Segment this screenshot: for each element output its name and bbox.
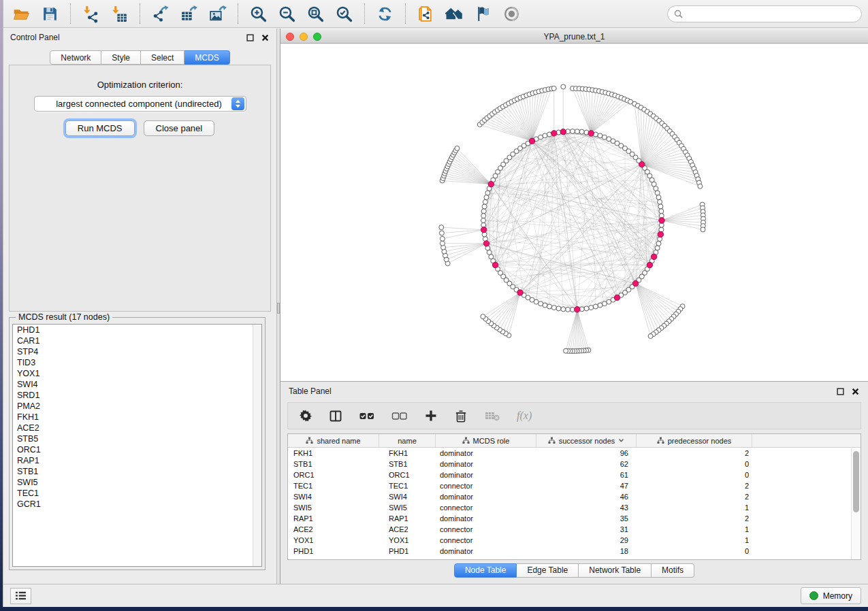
table-row[interactable]: ACE2ACE2connector311 — [288, 524, 861, 535]
home-button[interactable] — [443, 3, 466, 24]
task-history-button[interactable] — [10, 588, 31, 604]
network-canvas[interactable] — [280, 44, 868, 381]
tab-select[interactable]: Select — [141, 50, 184, 65]
export-table-button[interactable] — [177, 3, 201, 24]
tab-edge-table[interactable]: Edge Table — [517, 563, 579, 578]
mcds-result-item[interactable]: CAR1 — [13, 335, 261, 346]
search-box[interactable] — [667, 5, 862, 22]
optimization-criterion-select[interactable]: largest connected component (undirected) — [34, 96, 246, 112]
export-image-button[interactable] — [206, 3, 229, 24]
table-options-button[interactable] — [299, 407, 312, 425]
float-window-icon — [246, 34, 254, 42]
save-session-button[interactable] — [38, 3, 62, 24]
mcds-result-item[interactable]: STP4 — [13, 346, 261, 357]
table-cell: SWI4 — [379, 493, 436, 501]
eye-icon — [502, 5, 521, 23]
network-window-titlebar[interactable]: YPA_prune.txt_1 — [280, 30, 868, 44]
mcds-result-item[interactable]: ORC1 — [13, 444, 261, 455]
import-table-button[interactable] — [108, 3, 131, 24]
mcds-result-item[interactable]: STB5 — [13, 433, 261, 444]
table-row[interactable]: SWI5SWI5connector431 — [288, 502, 861, 513]
close-icon — [261, 34, 269, 42]
mcds-result-item[interactable]: FKH1 — [13, 412, 261, 423]
table-cell: 35 — [536, 514, 637, 523]
table-cell: dominator — [436, 460, 536, 468]
table-cell: PHD1 — [379, 547, 436, 555]
mcds-result-item[interactable]: ACE2 — [13, 423, 261, 433]
zoom-selected-button[interactable] — [332, 3, 356, 24]
mcds-result-item[interactable]: YOX1 — [13, 368, 261, 379]
table-row[interactable]: RAP1RAP1dominator352 — [288, 513, 861, 524]
column-header-name[interactable]: name — [379, 434, 436, 447]
memory-button[interactable]: Memory — [801, 587, 861, 604]
table-cell: 1 — [637, 525, 752, 533]
table-row[interactable]: FKH1FKH1dominator962 — [288, 448, 861, 459]
deselect-all-button[interactable] — [391, 407, 408, 425]
table-row[interactable]: TEC1TEC1connector472 — [288, 480, 861, 491]
tab-network-table[interactable]: Network Table — [579, 563, 652, 578]
select-all-button[interactable] — [359, 407, 375, 425]
export-network-button[interactable] — [148, 3, 172, 24]
show-hide-button[interactable] — [500, 3, 524, 24]
mcds-result-item[interactable]: RAP1 — [13, 455, 261, 466]
trash-icon — [454, 409, 468, 423]
table-row[interactable]: STB1STB1dominator620 — [288, 459, 861, 469]
tab-mcds[interactable]: MCDS — [184, 50, 229, 65]
show-columns-button[interactable] — [329, 407, 342, 425]
mcds-result-item[interactable]: GCR1 — [13, 499, 261, 510]
zoom-fit-button[interactable] — [304, 3, 327, 24]
mcds-list-scrollbar[interactable] — [253, 325, 261, 566]
mcds-result-item[interactable]: SRD1 — [13, 390, 261, 401]
table-row[interactable]: ORC1ORC1dominator610 — [288, 469, 861, 480]
tab-node-table[interactable]: Node Table — [454, 563, 517, 578]
mcds-result-item[interactable]: SWI5 — [13, 477, 261, 488]
table-scrollbar[interactable] — [851, 448, 861, 559]
table-cell: 46 — [536, 493, 637, 501]
toolbar-separator — [238, 3, 238, 24]
mcds-result-item[interactable]: SWI4 — [13, 379, 261, 390]
column-header-mcds-role[interactable]: MCDS role — [436, 434, 536, 447]
column-header-shared-name[interactable]: shared name — [288, 434, 379, 447]
zoom-in-button[interactable] — [246, 3, 270, 24]
mcds-result-item[interactable]: TID3 — [13, 357, 261, 368]
table-cell: 0 — [637, 471, 752, 479]
tab-style[interactable]: Style — [101, 50, 141, 65]
tab-network[interactable]: Network — [50, 50, 101, 65]
label-visibility-button[interactable] — [471, 3, 495, 24]
table-cell: FKH1 — [379, 449, 436, 457]
table-row[interactable]: PHD1PHD1dominator180 — [288, 546, 861, 557]
open-file-button[interactable] — [10, 3, 33, 24]
table-row[interactable]: YOX1YOX1connector291 — [288, 535, 861, 546]
column-header-successor-nodes[interactable]: successor nodes — [536, 434, 637, 447]
control-panel-header: Control Panel — [3, 29, 276, 46]
zoom-out-button[interactable] — [275, 3, 299, 24]
table-cell: 2 — [637, 493, 752, 501]
flag-icon — [474, 5, 492, 23]
table-cell: connector — [436, 536, 536, 544]
node-table-body: FKH1FKH1dominator962STB1STB1dominator620… — [288, 448, 861, 557]
refresh-button[interactable] — [373, 3, 397, 24]
run-mcds-button[interactable]: Run MCDS — [65, 120, 135, 136]
float-table-panel-button[interactable] — [836, 387, 845, 396]
mcds-result-item[interactable]: TEC1 — [13, 488, 261, 499]
houses-icon — [445, 5, 464, 23]
close-table-panel-button[interactable] — [851, 387, 860, 396]
float-panel-button[interactable] — [246, 33, 255, 42]
create-column-button[interactable] — [424, 407, 438, 425]
mcds-result-item[interactable]: STB1 — [13, 466, 261, 477]
delete-columns-button[interactable] — [454, 407, 468, 425]
share-network-button[interactable] — [414, 3, 438, 24]
import-network-button[interactable] — [79, 3, 103, 24]
column-header-predecessor-nodes[interactable]: predecessor nodes — [637, 434, 752, 447]
mcds-result-item[interactable]: PHD1 — [13, 325, 261, 335]
network-graph[interactable] — [280, 44, 868, 381]
mcds-result-list[interactable]: PHD1CAR1STP4TID3YOX1SWI4SRD1PMA2FKH1ACE2… — [12, 324, 262, 567]
close-control-panel-button[interactable] — [261, 33, 270, 42]
mcds-result-item[interactable]: PMA2 — [13, 401, 261, 412]
table-row[interactable]: SWI4SWI4dominator462 — [288, 491, 861, 502]
table-scrollbar-thumb[interactable] — [853, 451, 859, 512]
close-mcds-panel-button[interactable]: Close panel — [144, 120, 215, 136]
tab-motifs[interactable]: Motifs — [652, 563, 694, 578]
search-input[interactable] — [686, 9, 855, 18]
splitter-grip[interactable] — [277, 303, 280, 314]
